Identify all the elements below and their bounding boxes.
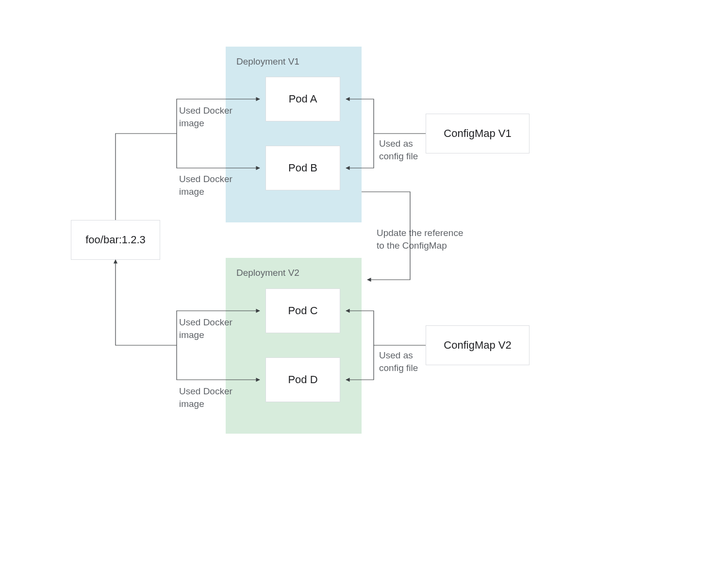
edge-label-config-v2: Used asconfig file — [379, 349, 418, 374]
edge-label-docker-a: Used Dockerimage — [179, 104, 232, 129]
configmap-v1-box: ConfigMap V1 — [426, 114, 529, 153]
edge-label-docker-d: Used Dockerimage — [179, 385, 232, 410]
pod-d-box: Pod D — [265, 357, 340, 402]
configmap-v2-box: ConfigMap V2 — [426, 325, 529, 365]
diagram-canvas: Deployment V1 Deployment V2 foo/bar:1.2.… — [0, 0, 728, 574]
edge-label-update-ref: Update the referenceto the ConfigMap — [377, 227, 463, 252]
docker-image-box: foo/bar:1.2.3 — [71, 220, 160, 260]
pod-c-label: Pod C — [288, 304, 317, 317]
deployment-v2-panel — [226, 258, 362, 434]
pod-b-box: Pod B — [265, 146, 340, 190]
configmap-v2-label: ConfigMap V2 — [444, 339, 511, 352]
edge-label-docker-c: Used Dockerimage — [179, 316, 232, 341]
pod-a-box: Pod A — [265, 77, 340, 121]
deployment-v1-panel — [226, 47, 362, 222]
deployment-v1-title: Deployment V1 — [236, 56, 299, 67]
pod-b-label: Pod B — [288, 162, 317, 174]
pod-d-label: Pod D — [288, 373, 317, 386]
pod-a-label: Pod A — [289, 93, 317, 105]
pod-c-box: Pod C — [265, 288, 340, 333]
edge-label-config-v1: Used asconfig file — [379, 137, 418, 162]
connector-lines — [0, 0, 728, 574]
configmap-v1-label: ConfigMap V1 — [444, 127, 511, 140]
edge-label-docker-b: Used Dockerimage — [179, 173, 232, 198]
deployment-v2-title: Deployment V2 — [236, 268, 299, 278]
docker-image-label: foo/bar:1.2.3 — [85, 234, 146, 246]
